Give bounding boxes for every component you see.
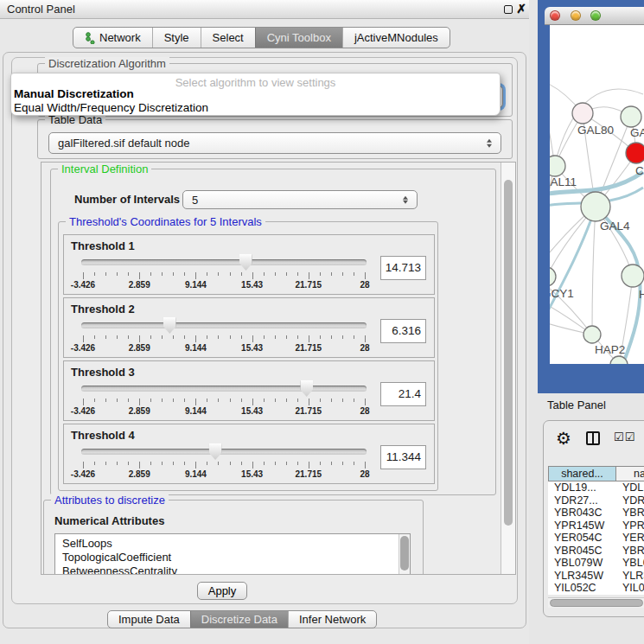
table-cell: YER0 [616, 532, 644, 545]
network-node-hap2[interactable] [583, 326, 601, 343]
attribute-item[interactable]: TopologicalCoefficient [62, 551, 410, 564]
tab-style[interactable]: Style [152, 28, 201, 48]
table-hscrollbar-thumb[interactable] [550, 599, 643, 607]
bottom-tab-infer-network[interactable]: Infer Network [288, 611, 376, 628]
settings-scrollbar-thumb[interactable] [504, 180, 513, 526]
table-row[interactable]: YDL19...YDL1 [548, 481, 644, 494]
numerical-attributes-list[interactable]: SelfLoopsTopologicalCoefficientBetweenne… [54, 533, 411, 575]
table-row[interactable]: YDR27...YDR2 [548, 494, 644, 507]
attribute-item[interactable]: BetweennessCentrality [62, 564, 410, 575]
network-edge [550, 207, 596, 317]
tick-mark [218, 335, 219, 339]
table-row[interactable]: YBR045CYBR0 [548, 545, 644, 558]
number-of-intervals-label: Number of Intervals [74, 193, 180, 206]
threshold-1-slider-thumb[interactable] [239, 254, 252, 271]
number-of-intervals-spinner[interactable]: 5 [182, 190, 418, 209]
threshold-1-value[interactable]: 14.713 [380, 256, 426, 280]
threshold-4-slider[interactable]: -3.4262.8599.14415.4321.71528 [81, 443, 367, 480]
tab-label: Network [99, 31, 141, 44]
tick-mark [331, 462, 332, 465]
threshold-3-slider[interactable]: -3.4262.8599.14415.4321.71528 [81, 380, 367, 417]
slider-tick-labels: -3.4262.8599.14415.4321.71528 [83, 280, 365, 290]
gear-icon[interactable]: ⚙ [556, 428, 571, 449]
tick-label: 2.859 [129, 406, 150, 416]
table-hscrollbar[interactable] [548, 597, 644, 608]
tick-label: 9.144 [185, 406, 207, 416]
table-cell: YIL052C [548, 582, 616, 595]
column-header[interactable]: shared... [548, 466, 616, 481]
threshold-panel-1: Threshold 1-3.4262.8599.14415.4321.71528… [63, 234, 435, 295]
tick-mark [320, 272, 321, 276]
threshold-4-slider-thumb[interactable] [209, 443, 222, 460]
table-row[interactable]: YIL052CYIL0 [548, 582, 644, 595]
tick-mark [241, 462, 242, 465]
table-row[interactable]: YBR043CYBR0 [548, 507, 644, 520]
discretization-content: Discretization Algorithm Table Data galF… [11, 57, 518, 604]
columns-icon[interactable] [586, 431, 600, 445]
node-label: GAL4 [600, 220, 630, 233]
tick-mark [264, 272, 265, 276]
table-row[interactable]: YLR345WYLR3 [548, 570, 644, 583]
network-node-ga[interactable] [621, 106, 641, 127]
algorithm-option-equal-width-frequency-discretization[interactable]: Equal Width/Frequency Discretization [11, 101, 500, 115]
apply-button[interactable]: Apply [197, 582, 247, 600]
column-header[interactable]: na [616, 466, 644, 481]
checkbox-icons[interactable]: ☑☑ [614, 430, 635, 443]
zoom-traffic-light-icon[interactable] [590, 10, 601, 21]
network-node-gal80[interactable] [572, 103, 593, 124]
tick-mark [207, 335, 207, 339]
threshold-3-value[interactable]: 21.4 [380, 382, 426, 406]
list-scrollbar-thumb[interactable] [400, 536, 409, 571]
network-window-titlebar[interactable] [545, 7, 644, 25]
network-canvas[interactable]: GAL80GACGAL11GAL4GCY1HHAP2 [550, 25, 644, 364]
network-node-c[interactable] [626, 143, 644, 163]
table-row[interactable]: YER054CYER0 [548, 532, 644, 545]
tick-mark [297, 462, 298, 465]
threshold-2-slider[interactable]: -3.4262.8599.14415.4321.71528 [81, 317, 367, 354]
tick-label: 21.715 [296, 280, 322, 290]
tab-select[interactable]: Select [201, 28, 255, 48]
network-node-h[interactable] [622, 265, 644, 287]
tick-label: 21.715 [296, 406, 322, 416]
bottom-tab-discretize-data[interactable]: Discretize Data [190, 611, 288, 628]
threshold-2-slider-thumb[interactable] [163, 317, 176, 334]
tick-mark [207, 272, 207, 276]
minimize-traffic-light-icon[interactable] [571, 10, 581, 21]
tick-mark [252, 399, 253, 405]
table-row[interactable]: YBL079WYBL0 [548, 557, 644, 570]
table-data-combobox[interactable]: galFiltered.sif default node [48, 132, 501, 154]
close-panel-icon[interactable]: ✗ [516, 0, 526, 18]
tick-label: 15.43 [241, 406, 263, 416]
threshold-2-value[interactable]: 6.316 [380, 319, 426, 343]
slider-ticks [83, 335, 365, 343]
algorithm-option-manual-discretization[interactable]: Manual Discretization [11, 87, 500, 101]
threshold-3-slider-thumb[interactable] [300, 380, 313, 397]
tick-label: 9.144 [185, 280, 207, 290]
settings-scrollbar[interactable] [501, 163, 515, 574]
tab-jactivemnodules[interactable]: jActiveMNodules [342, 28, 450, 48]
tick-mark [342, 335, 343, 339]
network-node-gal4[interactable] [581, 192, 610, 221]
float-window-icon[interactable] [504, 5, 513, 14]
threshold-4-value[interactable]: 11.344 [380, 445, 426, 469]
slider-tick-labels: -3.4262.8599.14415.4321.71528 [83, 343, 365, 353]
tab-cyni-toolbox[interactable]: Cyni Toolbox [255, 28, 342, 48]
tab-network[interactable]: Network [73, 28, 152, 48]
tick-mark [139, 399, 140, 405]
table-row[interactable]: YPR145WYPR1 [548, 520, 644, 532]
list-scrollbar[interactable] [399, 534, 410, 575]
attribute-item[interactable]: SelfLoops [62, 537, 410, 551]
tab-label: Cyni Toolbox [267, 31, 331, 44]
tick-label: -3.426 [71, 469, 95, 479]
tick-mark [83, 462, 84, 469]
tick-mark [286, 272, 287, 276]
network-node-gcy1[interactable] [550, 267, 556, 286]
threshold-1-slider[interactable]: -3.4262.8599.14415.4321.71528 [81, 254, 367, 290]
bottom-tab-impute-data[interactable]: Impute Data [108, 611, 190, 628]
network-node-gal11[interactable] [550, 156, 565, 176]
tick-mark [241, 399, 242, 402]
network-graph[interactable]: GAL80GACGAL11GAL4GCY1HHAP2 [550, 25, 644, 364]
tick-mark [117, 335, 118, 339]
close-traffic-light-icon[interactable] [550, 10, 560, 21]
tick-mark [264, 399, 265, 402]
